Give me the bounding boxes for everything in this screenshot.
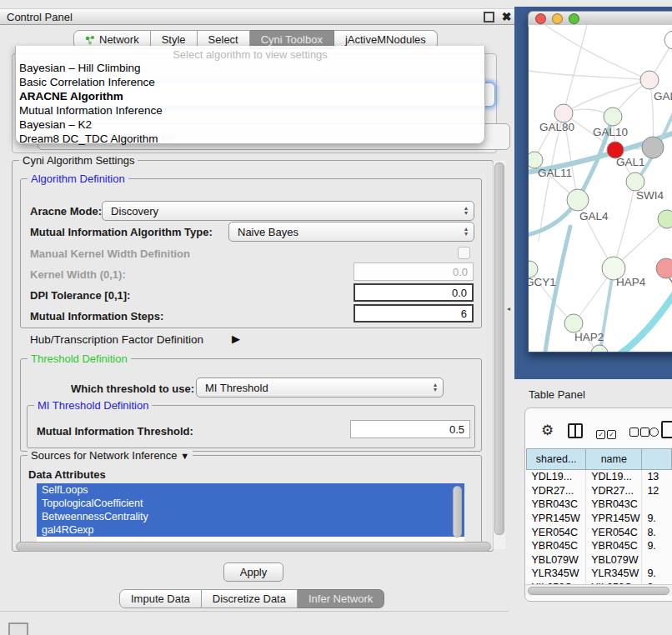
network-node-gal[interactable] — [640, 71, 659, 89]
table-cell[interactable]: YBR043C — [527, 498, 586, 512]
table-cell[interactable]: YLR345W — [586, 567, 642, 581]
mi-steps-input[interactable] — [354, 304, 474, 322]
table-cell[interactable]: YBR045C — [586, 539, 642, 553]
table-cell[interactable]: 13 — [642, 470, 672, 484]
table-cell[interactable]: YPR145W — [586, 512, 642, 526]
table-cell[interactable] — [642, 553, 672, 568]
dropdown-item-basic-correlation-inference[interactable]: Basic Correlation Inference — [16, 75, 484, 89]
dpi-tolerance-input[interactable] — [354, 283, 474, 302]
table-row[interactable]: YBL079WYBL079W — [527, 553, 672, 568]
network-edge[interactable] — [564, 80, 649, 113]
table-cell[interactable]: 8. — [642, 525, 672, 539]
table-cell[interactable]: YER054C — [527, 525, 586, 539]
table-row[interactable]: YDR27...YDR27...12 — [527, 484, 672, 498]
table-row[interactable]: YBR043CYBR043C — [527, 498, 672, 512]
table-cell[interactable]: 9. — [642, 567, 672, 581]
zoom-traffic-light[interactable] — [569, 13, 579, 24]
document-icon[interactable] — [661, 421, 672, 438]
dropdown-item-mutual-information-inference[interactable]: Mutual Information Inference — [16, 103, 484, 118]
network-view-canvas[interactable]: GALGAL80GAL10GAL1GAL11SWI4GAL4GCY1HAP4YH… — [529, 25, 672, 352]
attribute-item-topologicalcoefficient[interactable]: TopologicalCoefficient — [37, 497, 464, 510]
splitter-handle-icon[interactable]: ◂ — [507, 305, 510, 312]
table-cell[interactable]: 9. — [642, 512, 672, 526]
dropdown-item-bayesian-k2[interactable]: Bayesian – K2 — [16, 118, 484, 132]
table-hscrollbar[interactable] — [525, 584, 672, 596]
gear-icon[interactable]: ⚙ — [541, 422, 554, 439]
bottom-tab-infer-network[interactable]: Infer Network — [298, 589, 384, 608]
settings-scrollbar[interactable] — [493, 161, 505, 549]
network-edge[interactable] — [545, 25, 649, 80]
table-cell[interactable]: YBL079W — [586, 553, 642, 568]
float-icon — [484, 12, 494, 22]
kernel-width-input[interactable] — [354, 262, 474, 281]
bottom-tab-discretize-data[interactable]: Discretize Data — [202, 589, 298, 608]
attribute-item-selfloops[interactable]: SelfLoops — [37, 483, 464, 497]
network-node-gal10[interactable] — [604, 108, 622, 126]
network-node-gcy1[interactable] — [529, 261, 538, 278]
close-window-button[interactable]: ✖ — [501, 12, 512, 22]
aracne-mode-combobox[interactable]: Discovery ▴▾ — [102, 201, 474, 221]
minimize-traffic-light[interactable] — [552, 13, 563, 24]
network-edge-highlighted[interactable] — [545, 227, 570, 352]
attribute-item-betweennesscentrality[interactable]: BetweennessCentrality — [37, 510, 464, 523]
network-node-swi4[interactable] — [626, 172, 644, 191]
settings-hscrollbar-thumb[interactable] — [16, 542, 491, 552]
table-cell[interactable]: YER054C — [586, 525, 642, 539]
network-node-hap2[interactable] — [564, 314, 583, 332]
network-edge[interactable] — [614, 182, 635, 268]
table-cell[interactable]: 12 — [642, 484, 672, 498]
circle-icon[interactable] — [649, 427, 659, 439]
table-cell[interactable]: YDR27... — [527, 484, 586, 498]
dropdown-item-bayesian-hill-climbing[interactable]: Bayesian – Hill Climbing — [16, 61, 484, 75]
attributes-scrollbar-thumb[interactable] — [453, 486, 462, 538]
column-header-shared...[interactable]: shared... — [527, 449, 586, 470]
table-cell[interactable]: YPR145W — [527, 512, 586, 526]
attributes-list-scrollbar[interactable] — [453, 485, 462, 538]
settings-hscrollbar[interactable] — [15, 541, 494, 552]
table-row[interactable]: YPR145WYPR145W9. — [527, 512, 672, 526]
select-checkboxes-icon[interactable]: ✓✓ — [596, 427, 618, 439]
mi-type-combobox[interactable]: Naive Bayes ▴▾ — [228, 222, 474, 242]
table-cell[interactable]: YBL079W — [527, 553, 586, 568]
columns-icon[interactable] — [568, 423, 583, 438]
network-node-gal4[interactable] — [567, 189, 589, 211]
bottom-tab-impute-data[interactable]: Impute Data — [119, 589, 202, 608]
manual-kernel-checkbox[interactable] — [458, 247, 470, 259]
table-cell[interactable]: YLR345W — [527, 567, 586, 581]
network-edge-highlighted[interactable] — [605, 290, 672, 352]
apply-button[interactable]: Apply — [223, 562, 283, 582]
table-cell[interactable] — [642, 498, 672, 512]
table-row[interactable]: YDL19...YDL19...13 — [527, 470, 672, 484]
table-cell[interactable]: YDL19... — [527, 470, 586, 484]
table-row[interactable]: YBR045CYBR045C9. — [527, 539, 672, 553]
close-traffic-light[interactable] — [535, 13, 546, 24]
table-hscrollbar-thumb[interactable] — [528, 587, 669, 595]
dropdown-item-dream8-dc-tdc-algorithm[interactable]: Dream8 DC_TDC Algorithm — [16, 132, 484, 146]
network-node[interactable] — [664, 31, 672, 49]
mi-threshold-input[interactable] — [350, 420, 470, 438]
network-node[interactable] — [658, 210, 672, 228]
collapsed-panel-icon[interactable] — [8, 622, 28, 635]
network-node-gal80[interactable] — [554, 104, 573, 122]
table-row[interactable]: YLR345WYLR345W9. — [527, 567, 672, 581]
column-header-name[interactable]: name — [586, 449, 642, 470]
dropdown-item-aracne-algorithm[interactable]: ARACNE Algorithm — [16, 89, 484, 103]
data-attributes-list[interactable]: SelfLoopsTopologicalCoefficientBetweenne… — [37, 483, 464, 542]
attribute-item-gal4rgexp[interactable]: gal4RGexp — [37, 523, 464, 537]
expand-down-icon[interactable]: ▼ — [180, 451, 189, 461]
network-node[interactable] — [642, 137, 664, 158]
settings-scrollbar-thumb[interactable] — [494, 162, 504, 535]
table-cell[interactable]: YDL19... — [586, 470, 642, 484]
table-cell[interactable]: YBR043C — [586, 498, 642, 512]
table-row[interactable]: YER054CYER054C8. — [527, 525, 672, 539]
network-edge[interactable] — [564, 25, 587, 113]
table-cell[interactable]: YBR045C — [527, 539, 586, 553]
network-node-gal11[interactable] — [529, 152, 543, 168]
which-threshold-combobox[interactable]: MI Threshold ▴▾ — [196, 378, 444, 398]
column-header-hidden[interactable] — [642, 449, 672, 470]
table-cell[interactable]: 9. — [642, 539, 672, 553]
table-cell[interactable]: YDR27... — [586, 484, 642, 498]
deselect-checkboxes-icon[interactable] — [629, 427, 651, 439]
expand-right-icon[interactable]: ▶ — [232, 332, 240, 345]
float-window-button[interactable] — [484, 12, 494, 22]
